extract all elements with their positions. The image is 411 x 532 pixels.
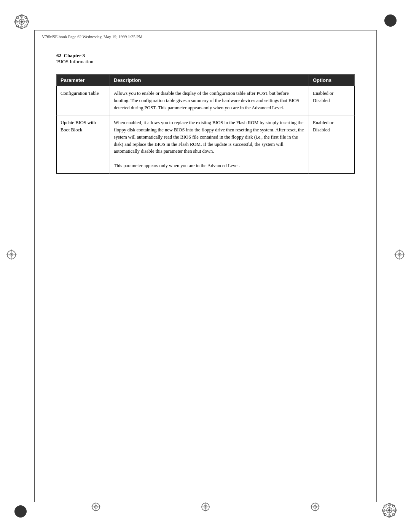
reg-mark-bottom-right bbox=[382, 503, 397, 518]
book-info-area: V76MSE.book Page 62 Wednesday, May 19, 1… bbox=[42, 34, 369, 42]
opt-config-table-text: Enabled orDisabled bbox=[313, 91, 334, 103]
table-header-row: Parameter Description Options bbox=[57, 75, 355, 86]
reg-mark-top-right bbox=[384, 14, 397, 27]
bios-table: Parameter Description Options Configurat… bbox=[56, 74, 355, 174]
desc-config-table: Allows you to enable or disable the disp… bbox=[110, 86, 309, 115]
reg-mark-bottom-left bbox=[14, 505, 27, 518]
desc-update-bios: When enabled, it allows you to replace t… bbox=[110, 115, 309, 173]
reg-mark-left-mid bbox=[6, 249, 17, 262]
table-row: Update BIOS with Boot Block When enabled… bbox=[57, 115, 355, 173]
param-update-bios: Update BIOS with Boot Block bbox=[57, 115, 110, 173]
chapter-title: 'BIOS Information bbox=[56, 59, 93, 64]
main-content: Parameter Description Options Configurat… bbox=[56, 74, 355, 174]
desc-config-table-text: Allows you to enable or disable the disp… bbox=[114, 91, 299, 110]
page: V76MSE.book Page 62 Wednesday, May 19, 1… bbox=[0, 0, 411, 532]
reg-mark-bottom-center bbox=[201, 502, 210, 513]
reg-mark-bottom-left-mid bbox=[91, 502, 100, 513]
book-info-text: V76MSE.book Page 62 Wednesday, May 19, 1… bbox=[42, 34, 369, 39]
reg-mark-right-mid bbox=[394, 249, 405, 262]
top-border bbox=[34, 30, 377, 30]
table-row: Configuration Table Allows you to enable… bbox=[57, 86, 355, 115]
chapter-label: Chapter 3 bbox=[64, 53, 85, 58]
header-parameter: Parameter bbox=[57, 75, 110, 86]
header-options: Options bbox=[309, 75, 355, 86]
header-description: Description bbox=[110, 75, 309, 86]
opt-update-bios-text: Enabled orDisabled bbox=[313, 120, 334, 133]
reg-mark-top-left bbox=[14, 14, 29, 29]
left-border bbox=[34, 30, 35, 502]
param-update-bios-text: Update BIOS with Boot Block bbox=[61, 120, 96, 133]
desc-update-bios-note: This parameter appears only when you are… bbox=[114, 163, 240, 168]
desc-update-bios-text: When enabled, it allows you to replace t… bbox=[114, 120, 304, 154]
chapter-number: 62 bbox=[56, 53, 64, 58]
chapter-header: 62 Chapter 3'BIOS Information bbox=[56, 53, 93, 65]
opt-update-bios: Enabled orDisabled bbox=[309, 115, 355, 173]
opt-config-table: Enabled orDisabled bbox=[309, 86, 355, 115]
right-border bbox=[376, 30, 377, 502]
param-config-table: Configuration Table bbox=[57, 86, 110, 115]
reg-mark-bottom-right-mid bbox=[311, 502, 320, 513]
